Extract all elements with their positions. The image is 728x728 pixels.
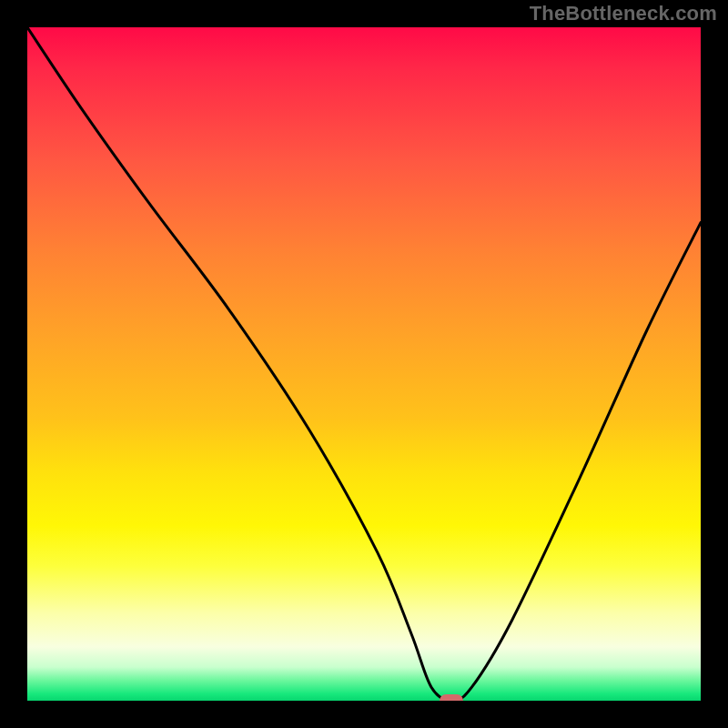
bottleneck-curve: [27, 27, 701, 701]
watermark-text: TheBottleneck.com: [530, 2, 717, 25]
chart-frame: TheBottleneck.com: [0, 0, 728, 728]
optimal-marker: [440, 694, 463, 701]
plot-area: [27, 27, 701, 701]
